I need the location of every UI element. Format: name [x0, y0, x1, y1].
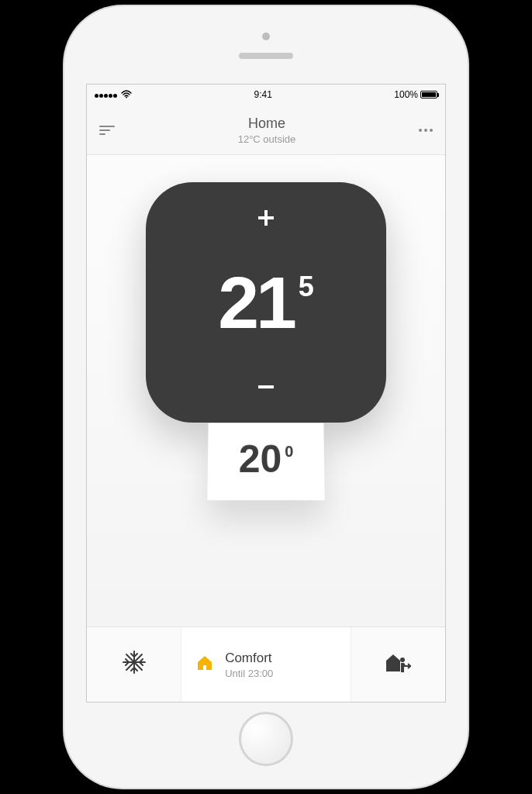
decrease-button[interactable] [254, 375, 278, 399]
header-title: Home [238, 116, 296, 132]
mode-cell[interactable]: Comfort Until 23:00 [181, 627, 351, 702]
frost-mode-button[interactable] [87, 627, 181, 702]
more-icon[interactable] [419, 129, 433, 132]
svg-point-0 [126, 96, 127, 98]
setpoint-fraction: 5 [299, 271, 314, 303]
wifi-icon [121, 89, 132, 101]
away-mode-button[interactable] [351, 627, 445, 702]
header-subtitle: 12°C outside [238, 133, 296, 145]
header-center: Home 12°C outside [238, 116, 296, 145]
mode-until: Until 23:00 [225, 668, 273, 679]
setpoint-whole: 21 [218, 266, 294, 340]
phone-home-button[interactable] [239, 712, 293, 766]
phone-frame: 9:41 100% Home 12°C outside 21 5 [64, 6, 468, 788]
status-left [95, 89, 132, 101]
increase-button[interactable] [254, 205, 278, 230]
current-fraction: 0 [285, 443, 293, 461]
setpoint-temperature: 21 5 [218, 266, 314, 340]
status-right: 100% [394, 89, 437, 100]
bottom-bar: Comfort Until 23:00 [87, 627, 445, 702]
signal-icon [95, 89, 118, 100]
battery-icon [420, 91, 437, 98]
mode-label: Comfort [225, 651, 273, 666]
status-time: 9:41 [254, 89, 271, 100]
phone-camera [262, 33, 270, 40]
current-temperature: 20 0 [208, 440, 325, 478]
away-icon [385, 651, 411, 678]
current-whole: 20 [238, 440, 282, 478]
app-screen: 9:41 100% Home 12°C outside 21 5 [86, 84, 446, 703]
status-bar: 9:41 100% [87, 85, 445, 105]
home-icon [195, 654, 214, 675]
filter-icon[interactable] [99, 123, 115, 137]
thermostat-area: 21 5 20 0 [87, 155, 445, 627]
svg-point-8 [400, 658, 405, 662]
phone-speaker [239, 53, 293, 59]
battery-text: 100% [394, 89, 418, 100]
snowflake-icon [122, 650, 147, 680]
current-temperature-box: 20 0 [207, 423, 324, 500]
app-header: Home 12°C outside [87, 105, 445, 155]
thermostat-display: 21 5 [146, 182, 386, 423]
mode-text: Comfort Until 23:00 [225, 651, 273, 679]
